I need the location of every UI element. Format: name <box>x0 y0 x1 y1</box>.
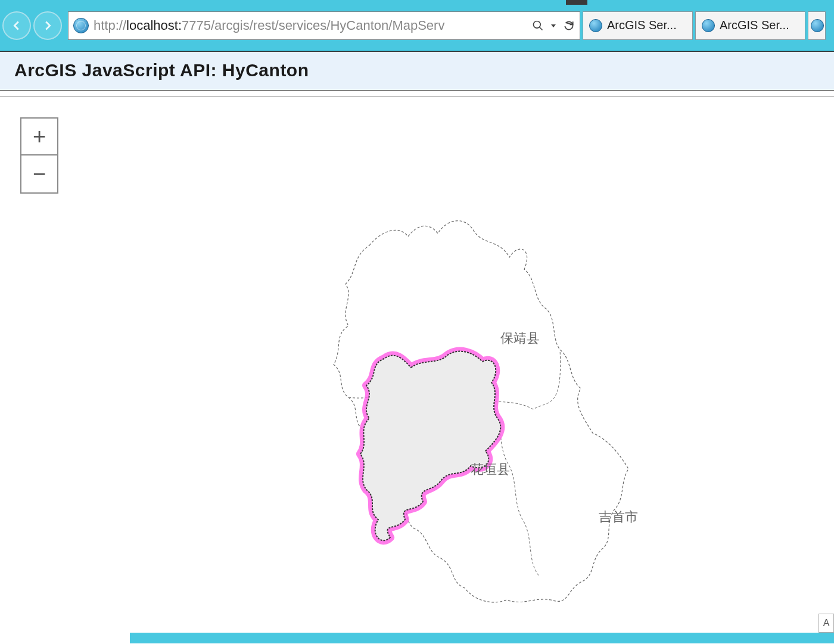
back-button[interactable] <box>2 11 31 40</box>
arrow-left-icon <box>10 19 23 32</box>
url-host: localhost: <box>126 18 182 33</box>
svg-point-0 <box>534 21 541 28</box>
tab-label: ArcGIS Ser... <box>720 18 789 32</box>
url-rest: 7775/arcgis/rest/services/HyCanton/MapSe… <box>182 18 444 33</box>
zoom-out-button[interactable]: − <box>21 155 57 192</box>
address-bar[interactable]: http://localhost:7775/arcgis/rest/servic… <box>68 11 580 40</box>
status-bar <box>130 633 834 643</box>
page-title: ArcGIS JavaScript API: HyCanton <box>14 60 820 80</box>
tab-arcgis-1[interactable]: ArcGIS Ser... <box>583 11 693 40</box>
attribution-char: A <box>823 618 830 629</box>
refresh-icon[interactable] <box>563 20 575 32</box>
url-prefix: http:// <box>94 18 126 33</box>
active-tab-indicator <box>566 0 587 5</box>
globe-icon <box>811 19 824 32</box>
attribution-toggle[interactable]: A <box>819 614 834 633</box>
forward-button[interactable] <box>33 11 62 40</box>
site-globe-icon <box>73 18 89 33</box>
address-controls <box>532 20 575 32</box>
tab-arcgis-2[interactable]: ArcGIS Ser... <box>695 11 805 40</box>
zoom-control: + − <box>20 117 58 194</box>
search-icon[interactable] <box>532 20 544 32</box>
tab-partial[interactable] <box>808 11 826 40</box>
url-text: http://localhost:7775/arcgis/rest/servic… <box>94 18 527 33</box>
dropdown-icon[interactable] <box>550 22 557 29</box>
top-accent <box>0 0 834 5</box>
map-viewport[interactable]: + − 保靖县 花垣县 吉首市 A <box>0 97 834 643</box>
page-header: ArcGIS JavaScript API: HyCanton <box>0 51 834 91</box>
arrow-right-icon <box>41 19 54 32</box>
map-canvas[interactable] <box>203 189 631 606</box>
huayuan-region[interactable] <box>360 351 500 541</box>
zoom-in-button[interactable]: + <box>21 119 57 155</box>
browser-toolbar: http://localhost:7775/arcgis/rest/servic… <box>0 0 834 51</box>
globe-icon <box>589 19 602 32</box>
tab-label: ArcGIS Ser... <box>607 18 677 32</box>
globe-icon <box>702 19 715 32</box>
